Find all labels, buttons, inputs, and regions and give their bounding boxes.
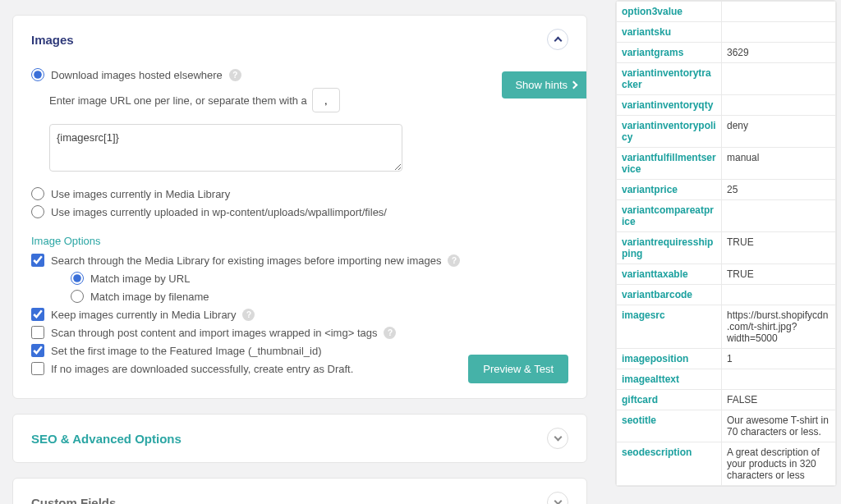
radio-download-label[interactable]: Download images hosted elsewhere <box>51 69 223 81</box>
enter-url-sublabel: Enter image URL one per line, or separat… <box>49 88 568 112</box>
table-row[interactable]: variantinventorypolicydeny <box>617 116 836 148</box>
help-icon[interactable]: ? <box>229 69 241 81</box>
chevron-right-icon <box>570 81 578 89</box>
enter-url-text: Enter image URL one per line, or separat… <box>49 94 307 107</box>
field-value: 1 <box>722 349 836 369</box>
radio-media-library[interactable] <box>31 187 44 200</box>
chk-draft[interactable] <box>31 362 44 375</box>
radio-uploads-label[interactable]: Use images currently uploaded in wp-cont… <box>51 206 387 218</box>
chk-search-media-row: Search through the Media Library for exi… <box>31 254 568 267</box>
help-icon[interactable]: ? <box>384 327 396 339</box>
field-key: variantfulfillmentservice <box>617 148 722 180</box>
table-row[interactable]: variantrequiresshippingTRUE <box>617 232 836 264</box>
collapse-toggle[interactable] <box>547 29 568 50</box>
field-key: varianttaxable <box>617 264 722 285</box>
radio-match-url-row: Match image by URL <box>71 272 568 285</box>
images-panel: Images Show hints Download images hosted… <box>12 15 587 399</box>
field-value: TRUE <box>722 264 836 285</box>
field-key: seotitle <box>617 410 722 442</box>
chk-keep-media-row: Keep images currently in Media Library ? <box>31 308 568 321</box>
field-key: imageposition <box>617 349 722 369</box>
table-row[interactable]: imageposition1 <box>617 349 836 369</box>
field-value <box>722 200 836 232</box>
images-panel-body: Show hints Download images hosted elsewh… <box>13 68 586 398</box>
field-key: variantsku <box>617 22 722 43</box>
table-row[interactable]: seodescriptionA great description of you… <box>617 442 836 486</box>
table-row[interactable]: option3value <box>617 2 836 22</box>
collapse-toggle[interactable] <box>547 428 568 449</box>
radio-media-library-row: Use images currently in Media Library <box>31 187 568 200</box>
collapse-toggle[interactable] <box>547 492 568 504</box>
seo-panel: SEO & Advanced Options <box>12 414 587 463</box>
chk-set-featured-label[interactable]: Set the first image to the Featured Imag… <box>51 345 322 357</box>
field-value: deny <box>722 116 836 148</box>
table-row[interactable]: variantgrams3629 <box>617 43 836 63</box>
table-row[interactable]: variantfulfillmentservicemanual <box>617 148 836 180</box>
data-preview-table: option3valuevariantskuvariantgrams3629va… <box>616 1 836 486</box>
radio-match-filename-label[interactable]: Match image by filename <box>90 291 209 303</box>
table-row[interactable]: imagesrchttps://burst.shopifycdn.com/t-s… <box>617 305 836 349</box>
custom-fields-panel: Custom Fields <box>12 478 587 504</box>
field-value <box>722 95 836 116</box>
table-row[interactable]: giftcardFALSE <box>617 390 836 410</box>
field-key: variantrequiresshipping <box>617 232 722 264</box>
chk-draft-label[interactable]: If no images are downloaded successfully… <box>51 363 353 375</box>
field-value: manual <box>722 148 836 180</box>
custom-fields-header[interactable]: Custom Fields <box>13 479 586 504</box>
field-value <box>722 2 836 22</box>
radio-uploads-row: Use images currently uploaded in wp-cont… <box>31 205 568 218</box>
field-key: variantbarcode <box>617 285 722 305</box>
table-row[interactable]: variantinventoryqty <box>617 95 836 116</box>
data-preview-panel: option3valuevariantskuvariantgrams3629va… <box>615 0 837 487</box>
field-value: 25 <box>722 180 836 200</box>
field-value: A great description of your products in … <box>722 442 836 486</box>
chk-scan-post-row: Scan through post content and import ima… <box>31 326 568 339</box>
chk-keep-media[interactable] <box>31 308 44 321</box>
radio-uploads[interactable] <box>31 205 44 218</box>
field-key: seodescription <box>617 442 722 486</box>
table-row[interactable]: variantsku <box>617 22 836 43</box>
field-key: option3value <box>617 2 722 22</box>
field-value <box>722 285 836 305</box>
radio-match-url[interactable] <box>71 272 84 285</box>
custom-fields-title: Custom Fields <box>31 496 116 505</box>
chk-set-featured[interactable] <box>31 344 44 357</box>
show-hints-button[interactable]: Show hints <box>502 71 586 99</box>
radio-match-url-label[interactable]: Match image by URL <box>90 273 190 285</box>
table-row[interactable]: imagealttext <box>617 369 836 390</box>
chk-keep-media-label[interactable]: Keep images currently in Media Library <box>51 309 236 321</box>
radio-download[interactable] <box>31 68 44 81</box>
table-row[interactable]: variantinventorytracker <box>617 63 836 95</box>
field-value <box>722 369 836 390</box>
chk-search-media-label[interactable]: Search through the Media Library for exi… <box>51 254 441 267</box>
table-row[interactable]: variantprice25 <box>617 180 836 200</box>
chk-scan-post-label[interactable]: Scan through post content and import ima… <box>51 327 377 339</box>
field-value: FALSE <box>722 390 836 410</box>
images-panel-header[interactable]: Images <box>13 16 586 63</box>
table-row[interactable]: varianttaxableTRUE <box>617 264 836 285</box>
table-row[interactable]: variantcompareatprice <box>617 200 836 232</box>
radio-match-filename[interactable] <box>71 290 84 303</box>
images-panel-title: Images <box>31 33 74 47</box>
radio-media-library-label[interactable]: Use images currently in Media Library <box>51 188 230 200</box>
table-row[interactable]: variantbarcode <box>617 285 836 305</box>
image-url-textarea[interactable] <box>49 124 402 172</box>
field-key: imagesrc <box>617 305 722 349</box>
field-value: https://burst.shopifycdn.com/t-shirt.jpg… <box>722 305 836 349</box>
field-value <box>722 22 836 43</box>
chevron-down-icon <box>554 497 562 504</box>
field-key: variantinventoryqty <box>617 95 722 116</box>
table-row[interactable]: seotitleOur awesome T-shirt in 70 charac… <box>617 410 836 442</box>
chk-scan-post[interactable] <box>31 326 44 339</box>
help-icon[interactable]: ? <box>242 309 255 321</box>
radio-match-filename-row: Match image by filename <box>71 290 568 303</box>
chk-search-media[interactable] <box>31 254 44 267</box>
help-icon[interactable]: ? <box>448 254 460 267</box>
seo-panel-header[interactable]: SEO & Advanced Options <box>13 415 586 462</box>
separator-input[interactable] <box>312 88 340 112</box>
field-value: TRUE <box>722 232 836 264</box>
preview-test-button[interactable]: Preview & Test <box>468 355 568 383</box>
field-value <box>722 63 836 95</box>
field-key: variantinventorytracker <box>617 63 722 95</box>
field-value: Our awesome T-shirt in 70 characters or … <box>722 410 836 442</box>
